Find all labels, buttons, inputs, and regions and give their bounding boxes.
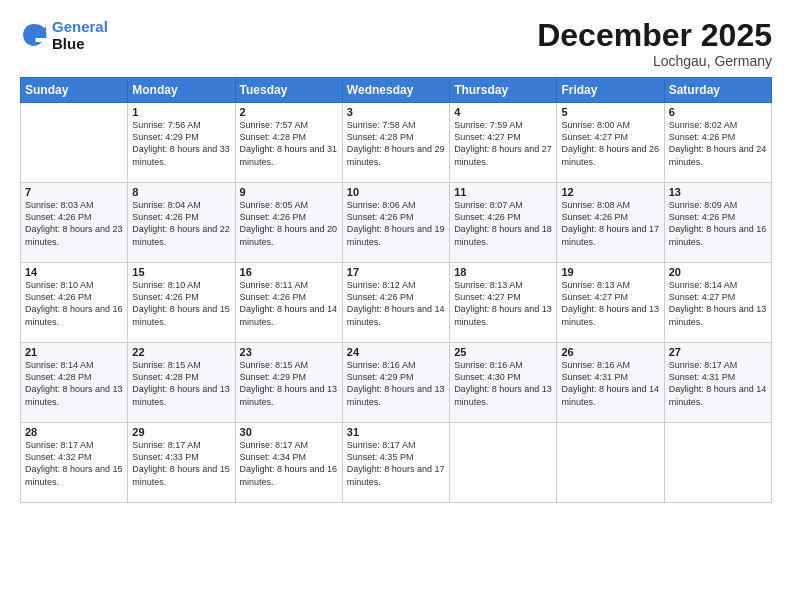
day-number: 4 [454,106,552,118]
cell-details: Sunrise: 8:11 AMSunset: 4:26 PMDaylight:… [240,279,338,328]
day-number: 22 [132,346,230,358]
weekday-header-tuesday: Tuesday [235,78,342,103]
weekday-header-monday: Monday [128,78,235,103]
day-number: 9 [240,186,338,198]
month-title: December 2025 [537,18,772,53]
cell-details: Sunrise: 8:17 AMSunset: 4:32 PMDaylight:… [25,439,123,488]
day-number: 8 [132,186,230,198]
calendar-cell: 16Sunrise: 8:11 AMSunset: 4:26 PMDayligh… [235,263,342,343]
day-number: 2 [240,106,338,118]
cell-details: Sunrise: 8:14 AMSunset: 4:27 PMDaylight:… [669,279,767,328]
calendar-cell: 8Sunrise: 8:04 AMSunset: 4:26 PMDaylight… [128,183,235,263]
day-number: 20 [669,266,767,278]
cell-details: Sunrise: 7:59 AMSunset: 4:27 PMDaylight:… [454,119,552,168]
cell-details: Sunrise: 8:17 AMSunset: 4:31 PMDaylight:… [669,359,767,408]
cell-details: Sunrise: 8:17 AMSunset: 4:34 PMDaylight:… [240,439,338,488]
cell-details: Sunrise: 8:00 AMSunset: 4:27 PMDaylight:… [561,119,659,168]
calendar-cell: 3Sunrise: 7:58 AMSunset: 4:28 PMDaylight… [342,103,449,183]
calendar-cell: 9Sunrise: 8:05 AMSunset: 4:26 PMDaylight… [235,183,342,263]
day-number: 18 [454,266,552,278]
calendar-cell: 21Sunrise: 8:14 AMSunset: 4:28 PMDayligh… [21,343,128,423]
weekday-header-saturday: Saturday [664,78,771,103]
cell-details: Sunrise: 8:17 AMSunset: 4:33 PMDaylight:… [132,439,230,488]
week-row-3: 14Sunrise: 8:10 AMSunset: 4:26 PMDayligh… [21,263,772,343]
calendar-cell: 13Sunrise: 8:09 AMSunset: 4:26 PMDayligh… [664,183,771,263]
day-number: 14 [25,266,123,278]
calendar-cell: 30Sunrise: 8:17 AMSunset: 4:34 PMDayligh… [235,423,342,503]
day-number: 19 [561,266,659,278]
day-number: 24 [347,346,445,358]
calendar-cell: 19Sunrise: 8:13 AMSunset: 4:27 PMDayligh… [557,263,664,343]
week-row-2: 7Sunrise: 8:03 AMSunset: 4:26 PMDaylight… [21,183,772,263]
day-number: 11 [454,186,552,198]
cell-details: Sunrise: 8:07 AMSunset: 4:26 PMDaylight:… [454,199,552,248]
day-number: 13 [669,186,767,198]
calendar-cell: 23Sunrise: 8:15 AMSunset: 4:29 PMDayligh… [235,343,342,423]
logo: General Blue [20,18,108,53]
cell-details: Sunrise: 8:17 AMSunset: 4:35 PMDaylight:… [347,439,445,488]
logo-icon [20,21,48,49]
cell-details: Sunrise: 8:12 AMSunset: 4:26 PMDaylight:… [347,279,445,328]
calendar-cell [21,103,128,183]
calendar-cell: 7Sunrise: 8:03 AMSunset: 4:26 PMDaylight… [21,183,128,263]
calendar-cell: 31Sunrise: 8:17 AMSunset: 4:35 PMDayligh… [342,423,449,503]
day-number: 27 [669,346,767,358]
calendar-cell: 15Sunrise: 8:10 AMSunset: 4:26 PMDayligh… [128,263,235,343]
calendar-cell: 27Sunrise: 8:17 AMSunset: 4:31 PMDayligh… [664,343,771,423]
cell-details: Sunrise: 8:16 AMSunset: 4:29 PMDaylight:… [347,359,445,408]
cell-details: Sunrise: 8:10 AMSunset: 4:26 PMDaylight:… [132,279,230,328]
cell-details: Sunrise: 8:16 AMSunset: 4:30 PMDaylight:… [454,359,552,408]
cell-details: Sunrise: 8:02 AMSunset: 4:26 PMDaylight:… [669,119,767,168]
cell-details: Sunrise: 7:56 AMSunset: 4:29 PMDaylight:… [132,119,230,168]
weekday-header-friday: Friday [557,78,664,103]
weekday-header-sunday: Sunday [21,78,128,103]
day-number: 7 [25,186,123,198]
cell-details: Sunrise: 8:15 AMSunset: 4:29 PMDaylight:… [240,359,338,408]
cell-details: Sunrise: 8:09 AMSunset: 4:26 PMDaylight:… [669,199,767,248]
cell-details: Sunrise: 7:57 AMSunset: 4:28 PMDaylight:… [240,119,338,168]
logo-text: General Blue [52,18,108,53]
calendar-cell: 4Sunrise: 7:59 AMSunset: 4:27 PMDaylight… [450,103,557,183]
calendar-cell: 26Sunrise: 8:16 AMSunset: 4:31 PMDayligh… [557,343,664,423]
calendar-cell: 24Sunrise: 8:16 AMSunset: 4:29 PMDayligh… [342,343,449,423]
week-row-5: 28Sunrise: 8:17 AMSunset: 4:32 PMDayligh… [21,423,772,503]
day-number: 3 [347,106,445,118]
day-number: 17 [347,266,445,278]
day-number: 21 [25,346,123,358]
day-number: 16 [240,266,338,278]
calendar-cell [664,423,771,503]
weekday-header-row: SundayMondayTuesdayWednesdayThursdayFrid… [21,78,772,103]
weekday-header-thursday: Thursday [450,78,557,103]
cell-details: Sunrise: 8:13 AMSunset: 4:27 PMDaylight:… [454,279,552,328]
calendar-cell: 10Sunrise: 8:06 AMSunset: 4:26 PMDayligh… [342,183,449,263]
calendar-cell: 22Sunrise: 8:15 AMSunset: 4:28 PMDayligh… [128,343,235,423]
day-number: 30 [240,426,338,438]
calendar-table: SundayMondayTuesdayWednesdayThursdayFrid… [20,77,772,503]
calendar-cell: 28Sunrise: 8:17 AMSunset: 4:32 PMDayligh… [21,423,128,503]
calendar-cell: 14Sunrise: 8:10 AMSunset: 4:26 PMDayligh… [21,263,128,343]
calendar-cell: 5Sunrise: 8:00 AMSunset: 4:27 PMDaylight… [557,103,664,183]
calendar-cell: 12Sunrise: 8:08 AMSunset: 4:26 PMDayligh… [557,183,664,263]
cell-details: Sunrise: 8:15 AMSunset: 4:28 PMDaylight:… [132,359,230,408]
day-number: 10 [347,186,445,198]
calendar-cell [450,423,557,503]
day-number: 1 [132,106,230,118]
calendar-cell: 2Sunrise: 7:57 AMSunset: 4:28 PMDaylight… [235,103,342,183]
cell-details: Sunrise: 8:14 AMSunset: 4:28 PMDaylight:… [25,359,123,408]
cell-details: Sunrise: 8:13 AMSunset: 4:27 PMDaylight:… [561,279,659,328]
page: General Blue December 2025 Lochgau, Germ… [0,0,792,612]
day-number: 5 [561,106,659,118]
header: General Blue December 2025 Lochgau, Germ… [20,18,772,69]
day-number: 26 [561,346,659,358]
cell-details: Sunrise: 8:16 AMSunset: 4:31 PMDaylight:… [561,359,659,408]
cell-details: Sunrise: 8:06 AMSunset: 4:26 PMDaylight:… [347,199,445,248]
cell-details: Sunrise: 8:03 AMSunset: 4:26 PMDaylight:… [25,199,123,248]
day-number: 31 [347,426,445,438]
cell-details: Sunrise: 8:05 AMSunset: 4:26 PMDaylight:… [240,199,338,248]
calendar-cell: 17Sunrise: 8:12 AMSunset: 4:26 PMDayligh… [342,263,449,343]
day-number: 29 [132,426,230,438]
weekday-header-wednesday: Wednesday [342,78,449,103]
calendar-cell: 18Sunrise: 8:13 AMSunset: 4:27 PMDayligh… [450,263,557,343]
calendar-cell: 29Sunrise: 8:17 AMSunset: 4:33 PMDayligh… [128,423,235,503]
cell-details: Sunrise: 8:08 AMSunset: 4:26 PMDaylight:… [561,199,659,248]
